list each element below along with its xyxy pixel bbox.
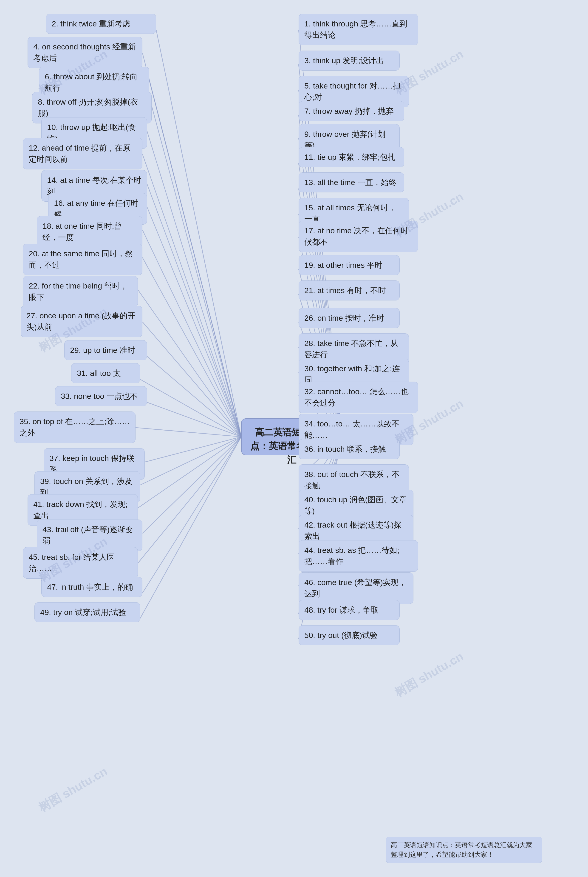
node-n9-text: 9. throw over 抛弃(计划等) [304, 129, 386, 150]
node-n33-text: 33. none too 一点也不 [61, 392, 138, 400]
node-n4: 4. on second thoughts 经重新考虑后 [28, 37, 142, 68]
node-n6-text: 6. throw about 到处扔;转向航行 [45, 72, 138, 92]
node-n45-text: 45. treat sb. for 给某人医治…… [29, 553, 115, 573]
node-n31: 31. all too 太 [71, 363, 140, 383]
bottom-note: 高二英语短语知识点：英语常考短语总汇就为大家整理到这里了，希望能帮助到大家！ [386, 837, 542, 863]
node-n5-text: 5. take thought for 对……担心;对 [304, 81, 401, 101]
node-n26-text: 26. on time 按时，准时 [304, 314, 384, 322]
node-n18: 18. at one time 同时;曾经，一度 [37, 216, 142, 248]
svg-line-8 [142, 230, 241, 437]
node-n3-text: 3. think up 发明;设计出 [304, 56, 384, 65]
node-n49-text: 49. try on 试穿;试用;试验 [40, 608, 126, 617]
node-n20-text: 20. at the same time 同时，然而，不过 [29, 249, 133, 269]
node-n39-text: 39. touch on 关系到，涉及到 [40, 477, 132, 497]
node-n49: 49. try on 试穿;试用;试验 [34, 602, 140, 622]
svg-line-10 [138, 290, 241, 437]
node-n38-text: 38. out of touch 不联系，不接触 [304, 470, 399, 490]
node-n17: 17. at no time 决不，在任何时候都不 [298, 221, 418, 252]
svg-line-5 [142, 154, 241, 437]
node-n13-text: 13. all the time 一直，始终 [304, 178, 396, 187]
node-n50: 50. try out (彻底)试验 [298, 625, 400, 645]
node-n46-text: 46. come true (希望等)实现，达到 [304, 578, 406, 598]
svg-line-14 [147, 402, 241, 437]
node-n19-text: 19. at other times 平时 [304, 261, 382, 269]
node-n45: 45. treat sb. for 给某人医治…… [23, 547, 138, 579]
svg-line-9 [142, 257, 241, 437]
bottom-note-text: 高二英语短语知识点：英语常考短语总汇就为大家整理到这里了，希望能帮助到大家！ [391, 841, 532, 858]
svg-line-15 [135, 427, 241, 437]
node-n22-text: 22. for the time being 暂时，眼下 [29, 281, 128, 301]
node-n1: 1. think through 思考……直到得出结论 [298, 14, 418, 45]
watermark-8: 树图 shutu.cn [36, 763, 110, 816]
svg-line-7 [147, 207, 241, 437]
svg-line-4 [147, 131, 241, 437]
node-n31-text: 31. all too 太 [77, 369, 121, 378]
svg-line-2 [149, 80, 241, 437]
node-n43-text: 43. trail off (声音等)逐渐变弱 [42, 525, 133, 545]
watermark-7: 树图 shutu.cn [392, 648, 466, 701]
svg-line-17 [140, 437, 241, 485]
node-n1-text: 1. think through 思考……直到得出结论 [304, 19, 407, 39]
page-container: 树图 shutu.cn 树图 shutu.cn 树图 shutu.cn 树图 s… [0, 0, 588, 877]
node-n44-text: 44. treat sb. as 把……待如;把……看作 [304, 546, 399, 566]
node-n46: 46. come true (希望等)实现，达到 [298, 572, 413, 604]
node-n20: 20. at the same time 同时，然而，不过 [23, 244, 142, 275]
node-n43: 43. trail off (声音等)逐渐变弱 [37, 519, 142, 551]
node-n11: 11. tie up 束紧，绑牢;包扎 [298, 147, 404, 167]
node-n47: 47. in truth 事实上，的确 [41, 577, 142, 597]
node-n7: 7. throw away 扔掉，抛弃 [298, 101, 404, 121]
node-n27-text: 27. once upon a time (故事的开头)从前 [26, 311, 135, 331]
node-n35: 35. on top of 在……之上;除……之外 [14, 412, 135, 443]
svg-line-12 [147, 357, 241, 437]
svg-line-21 [142, 437, 241, 593]
node-n35-text: 35. on top of 在……之上;除……之外 [20, 417, 130, 437]
svg-line-3 [152, 106, 241, 437]
svg-line-16 [145, 437, 241, 462]
node-n36-text: 36. in touch 联系，接触 [304, 445, 386, 453]
node-n3: 3. think up 发明;设计出 [298, 51, 400, 71]
node-n47-text: 47. in truth 事实上，的确 [47, 582, 133, 591]
svg-line-13 [140, 379, 241, 437]
node-n19: 19. at other times 平时 [298, 255, 400, 275]
node-n36: 36. in touch 联系，接触 [298, 439, 400, 459]
node-n13: 13. all the time 一直，始终 [298, 172, 404, 193]
node-n34-text: 34. too…to… 太……以致不能…… [304, 419, 399, 439]
node-n12-text: 12. ahead of time 提前，在原定时间以前 [29, 143, 130, 164]
node-n48-text: 48. try for 谋求，争取 [304, 606, 378, 614]
node-n28-text: 28. take time 不急不忙，从容进行 [304, 339, 398, 359]
node-n21-text: 21. at times 有时，不时 [304, 286, 386, 295]
node-n32-text: 32. cannot…too… 怎么……也不会过分 [304, 387, 409, 407]
node-n12: 12. ahead of time 提前，在原定时间以前 [23, 138, 142, 169]
svg-line-19 [142, 437, 241, 533]
node-n27: 27. once upon a time (故事的开头)从前 [21, 306, 142, 337]
node-n2: 2. think twice 重新考虑 [46, 14, 156, 34]
node-n17-text: 17. at no time 决不，在任何时候都不 [304, 226, 408, 246]
node-n33: 33. none too 一点也不 [55, 386, 147, 406]
svg-line-18 [138, 437, 241, 508]
svg-line-20 [138, 437, 241, 563]
node-n50-text: 50. try out (彻底)试验 [304, 631, 378, 639]
svg-line-6 [147, 184, 241, 437]
node-n30-text: 30. together with 和;加之;连同 [304, 364, 400, 384]
node-n18-text: 18. at one time 同时;曾经，一度 [42, 222, 122, 242]
node-n7-text: 7. throw away 扔掉，抛弃 [304, 107, 394, 116]
node-n11-text: 11. tie up 束紧，绑牢;包扎 [304, 153, 396, 161]
svg-line-0 [156, 30, 241, 437]
node-n29-text: 29. up to time 准时 [70, 346, 135, 355]
node-n15-text: 15. at all times 无论何时，一直 [304, 203, 396, 223]
node-n44: 44. treat sb. as 把……待如;把……看作 [298, 540, 418, 572]
node-n4-text: 4. on second thoughts 经重新考虑后 [33, 42, 136, 62]
node-n42-text: 42. track out 根据(遗迹等)探索出 [304, 520, 402, 540]
node-n14-text: 14. at a time 每次;在某个时刻 [47, 176, 141, 196]
node-n41-text: 41. track down 找到，发现;查出 [33, 500, 128, 520]
node-n21: 21. at times 有时，不时 [298, 280, 400, 301]
node-n29: 29. up to time 准时 [64, 340, 147, 360]
node-n26: 26. on time 按时，准时 [298, 308, 400, 328]
node-n32: 32. cannot…too… 怎么……也不会过分 [298, 382, 418, 413]
svg-line-22 [140, 437, 241, 618]
svg-line-1 [142, 53, 241, 437]
node-n22: 22. for the time being 暂时，眼下 [23, 276, 138, 307]
node-n16-text: 16. at any time 在任何时候 [54, 199, 138, 219]
node-n37-text: 37. keep in touch 保持联系 [50, 454, 134, 474]
node-n2-text: 2. think twice 重新考虑 [52, 19, 130, 28]
